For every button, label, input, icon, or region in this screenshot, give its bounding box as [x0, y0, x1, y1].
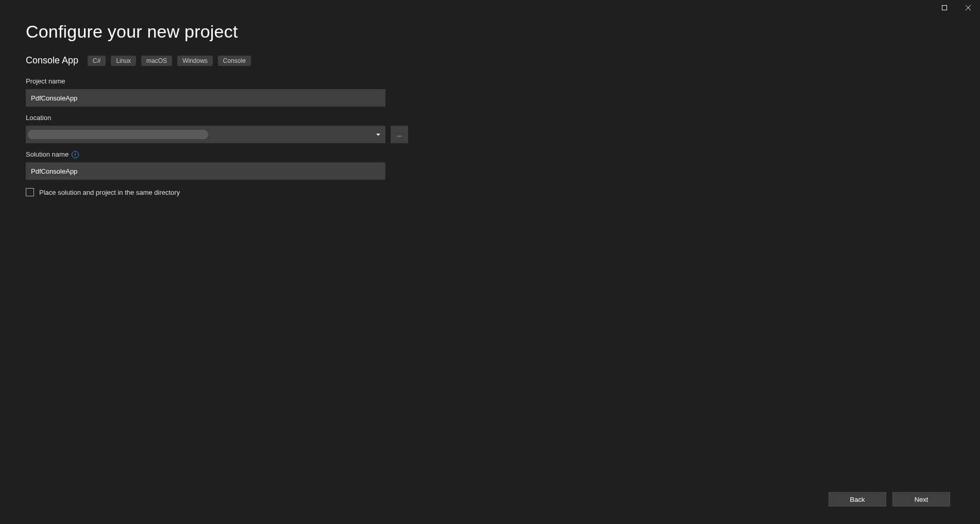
svg-rect-0	[942, 6, 947, 10]
location-dropdown[interactable]	[26, 126, 385, 143]
tag-windows: Windows	[177, 56, 213, 66]
solution-name-row: Solution name i	[26, 150, 412, 180]
maximize-icon	[942, 5, 947, 10]
back-button[interactable]: Back	[829, 492, 886, 506]
project-name-label: Project name	[26, 77, 412, 85]
maximize-button[interactable]	[933, 0, 956, 15]
same-directory-checkbox[interactable]	[26, 188, 34, 196]
project-name-input[interactable]	[26, 89, 385, 107]
solution-name-input[interactable]	[26, 162, 385, 180]
location-label: Location	[26, 114, 412, 122]
solution-name-label: Solution name i	[26, 150, 412, 158]
tag-linux: Linux	[111, 56, 136, 66]
same-directory-row: Place solution and project in the same d…	[26, 188, 412, 196]
configure-form: Project name Location ... Solution name …	[26, 77, 412, 196]
footer-buttons: Back Next	[829, 492, 950, 506]
tag-csharp: C#	[88, 56, 106, 66]
content-area: Configure your new project Console App C…	[0, 0, 980, 218]
tag-console: Console	[218, 56, 251, 66]
location-row: Location ...	[26, 114, 412, 143]
template-subline: Console App C# Linux macOS Windows Conso…	[26, 55, 954, 66]
next-button[interactable]: Next	[892, 492, 950, 506]
page-title: Configure your new project	[26, 22, 954, 42]
same-directory-label[interactable]: Place solution and project in the same d…	[39, 189, 180, 196]
template-name: Console App	[26, 55, 78, 66]
close-button[interactable]	[956, 0, 980, 15]
info-icon[interactable]: i	[72, 151, 79, 158]
solution-name-label-text: Solution name	[26, 150, 69, 158]
redacted-location-value	[28, 130, 208, 139]
project-name-row: Project name	[26, 77, 412, 107]
tag-macos: macOS	[141, 56, 172, 66]
titlebar	[933, 0, 980, 15]
browse-location-button[interactable]: ...	[391, 126, 408, 143]
close-icon	[966, 5, 971, 10]
